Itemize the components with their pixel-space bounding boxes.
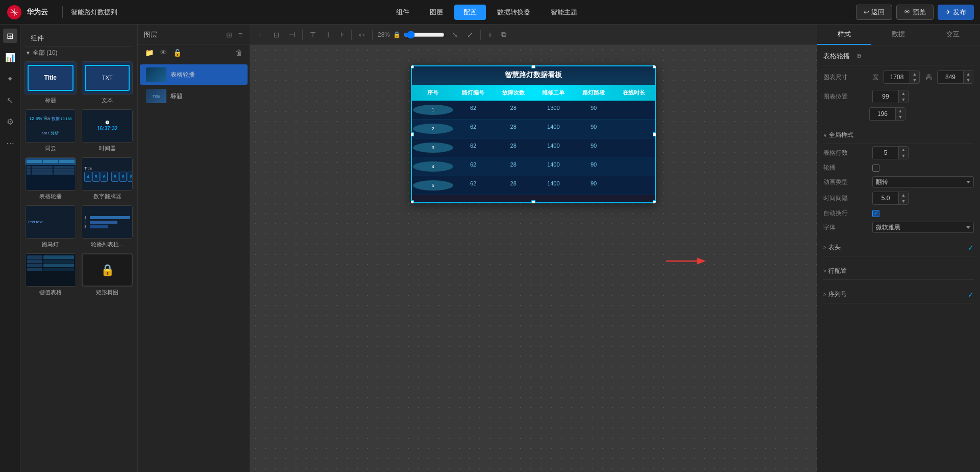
components-area: 组件 ▼ 全部 (10) Title 标题 <box>20 25 137 472</box>
component-item-wordcloud[interactable]: 12.5% 词云 数据 10.168 168.1 分析 词云 <box>24 109 77 152</box>
height-spinner-btns: ▲ ▼ <box>963 71 973 83</box>
component-thumb-text: TXT <box>82 61 133 95</box>
tool-align-middle-h[interactable]: ⊥ <box>323 30 333 40</box>
rows-input[interactable]: 5 <box>873 148 898 158</box>
layer-item-heading[interactable]: Title 标题 <box>140 86 248 106</box>
sidebar-icon-plugin[interactable]: ⚙ <box>3 114 17 129</box>
rows-spinner-btns: ▲ ▼ <box>898 147 908 159</box>
animation-select[interactable]: 翻转 <box>872 176 974 187</box>
right-tab-data[interactable]: 数据 <box>871 25 925 45</box>
global-style-toggle[interactable]: ∨ 全局样式 <box>823 127 974 144</box>
handle-bl[interactable] <box>411 200 414 203</box>
sidebar-icon-star[interactable]: ✦ <box>3 72 17 86</box>
height-down[interactable]: ▼ <box>964 77 973 83</box>
layers-grid-icon[interactable]: ⊞ <box>225 30 233 40</box>
publish-button[interactable]: ✈ 发布 <box>938 5 974 20</box>
component-item-keyval[interactable]: 键值表格 <box>24 253 77 296</box>
width-down[interactable]: ▼ <box>910 77 919 83</box>
layer-lock-icon[interactable]: 🔒 <box>172 48 183 58</box>
interval-input[interactable]: 5.0 <box>873 193 898 203</box>
copy-icon[interactable]: ⧉ <box>857 53 862 60</box>
pos-y-down[interactable]: ▼ <box>896 114 905 120</box>
layer-item-table[interactable]: 表格轮播 <box>140 64 248 85</box>
tool-expand[interactable]: ⤢ <box>465 30 475 40</box>
section-title-all[interactable]: ▼ 全部 (10) <box>24 46 133 61</box>
component-label-text: 文本 <box>102 97 113 104</box>
check-mark-icon: ✓ <box>874 210 878 216</box>
tab-components[interactable]: 组件 <box>387 5 419 20</box>
component-item-table[interactable]: 表格轮播 <box>24 157 77 200</box>
row-config-toggle[interactable]: > 行配置 <box>823 263 974 280</box>
auto-wrap-checkbox[interactable]: ✓ <box>872 210 879 217</box>
tool-align-top[interactable]: ⊤ <box>308 30 318 40</box>
sidebar-icon-more[interactable]: ⋯ <box>3 136 17 150</box>
preview-button[interactable]: 👁 预览 <box>896 5 934 20</box>
zoom-control: 28% 🔒 <box>378 31 445 39</box>
canvas-viewport[interactable]: 智慧路灯数据看板 序号 路灯编号 故障次数 维修工单 路灯路段 在线时长 <box>250 45 817 472</box>
carousel-checkbox[interactable] <box>872 164 879 172</box>
height-label: 高 <box>926 73 932 82</box>
zoom-slider[interactable] <box>404 31 445 39</box>
interval-down[interactable]: ▼ <box>899 198 908 204</box>
rows-up[interactable]: ▲ <box>899 147 908 153</box>
tool-add-layer[interactable]: + <box>486 30 494 40</box>
table-head-check[interactable]: ✓ <box>968 244 974 252</box>
table-header-row: 序号 路灯编号 故障次数 维修工单 路灯路段 在线时长 <box>411 85 656 101</box>
tool-align-left[interactable]: ⊢ <box>256 30 266 40</box>
tab-smart-theme[interactable]: 智能主题 <box>542 5 586 20</box>
layer-delete-icon[interactable]: 🗑 <box>234 48 243 58</box>
tab-layers[interactable]: 图层 <box>421 5 452 20</box>
layer-visible-icon[interactable]: 👁 <box>159 48 168 58</box>
tool-distribute-h[interactable]: ⇿ <box>357 30 367 40</box>
height-input[interactable]: 849 <box>938 72 963 82</box>
font-row: 字体 微软雅黑 <box>823 222 974 233</box>
panel-header: 组件 <box>24 29 133 46</box>
right-tab-interact[interactable]: 交互 <box>926 25 980 45</box>
project-title: 智能路灯数据到 <box>71 8 117 17</box>
layers-list-icon[interactable]: ≡ <box>237 30 243 40</box>
toolbar-sep-2 <box>351 30 352 40</box>
th-4: 路灯路段 <box>574 89 614 97</box>
sidebar-icon-components[interactable]: ⊞ <box>3 29 17 43</box>
serial-toggle[interactable]: > 序列号 ✓ <box>823 286 974 303</box>
component-item-chart[interactable]: 1 2 3 轮播列表柱... <box>82 205 134 248</box>
tool-copy[interactable]: ⧉ <box>499 29 508 40</box>
component-item-clock[interactable]: 🕐 16:37:32 时间器 <box>82 109 134 152</box>
component-item-number[interactable]: Title 4 5 6 . 8 8 8 <box>82 157 134 200</box>
left-panel: ⊞ 📊 ✦ ↖ ⚙ ⋯ 组件 ▼ 全部 (10) <box>0 25 138 472</box>
tool-align-right[interactable]: ⊣ <box>287 30 297 40</box>
component-item-marquee[interactable]: Text text 跑马灯 <box>24 205 77 248</box>
svg-marker-6 <box>697 257 706 265</box>
component-thumb-number: Title 4 5 6 . 8 8 8 <box>82 157 133 191</box>
tool-align-center-v[interactable]: ⊟ <box>272 30 282 40</box>
component-item-title[interactable]: Title 标题 <box>24 61 77 104</box>
interval-up[interactable]: ▲ <box>899 192 908 198</box>
tool-fit[interactable]: ⤡ <box>450 30 460 40</box>
pos-x-input[interactable]: 99 <box>873 91 898 102</box>
layer-folder-icon[interactable]: 📁 <box>144 48 155 58</box>
tab-data-converter[interactable]: 数据转换器 <box>488 5 540 20</box>
width-up[interactable]: ▲ <box>910 71 919 77</box>
chart-position-section: 图表位置 99 ▲ ▼ 196 ▲ ▼ <box>823 90 974 121</box>
table-head-toggle[interactable]: > 表头 ✓ <box>823 239 974 256</box>
handle-bm[interactable] <box>531 200 535 203</box>
sidebar-icon-chart[interactable]: 📊 <box>3 50 17 64</box>
serial-check[interactable]: ✓ <box>968 291 974 299</box>
width-input[interactable]: 1708 <box>884 72 910 82</box>
pos-x-down[interactable]: ▼ <box>899 97 908 103</box>
sidebar-icon-cursor[interactable]: ↖ <box>3 93 17 107</box>
component-item-rect[interactable]: 🔒 矩形树图 <box>82 253 134 296</box>
pos-x-up[interactable]: ▲ <box>899 90 908 97</box>
rows-down[interactable]: ▼ <box>899 153 908 159</box>
font-select[interactable]: 微软雅黑 <box>872 222 974 233</box>
layer-thumb-table <box>146 67 166 82</box>
handle-br[interactable] <box>653 200 656 203</box>
back-button[interactable]: ↩ 返回 <box>856 5 892 20</box>
pos-y-input[interactable]: 196 <box>870 109 895 119</box>
tab-config[interactable]: 配置 <box>454 5 486 20</box>
height-up[interactable]: ▲ <box>964 71 973 77</box>
component-item-text[interactable]: TXT 文本 <box>82 61 134 104</box>
right-tab-style[interactable]: 样式 <box>817 25 871 45</box>
pos-y-up[interactable]: ▲ <box>896 108 905 114</box>
tool-align-bottom[interactable]: ⊦ <box>338 30 346 40</box>
